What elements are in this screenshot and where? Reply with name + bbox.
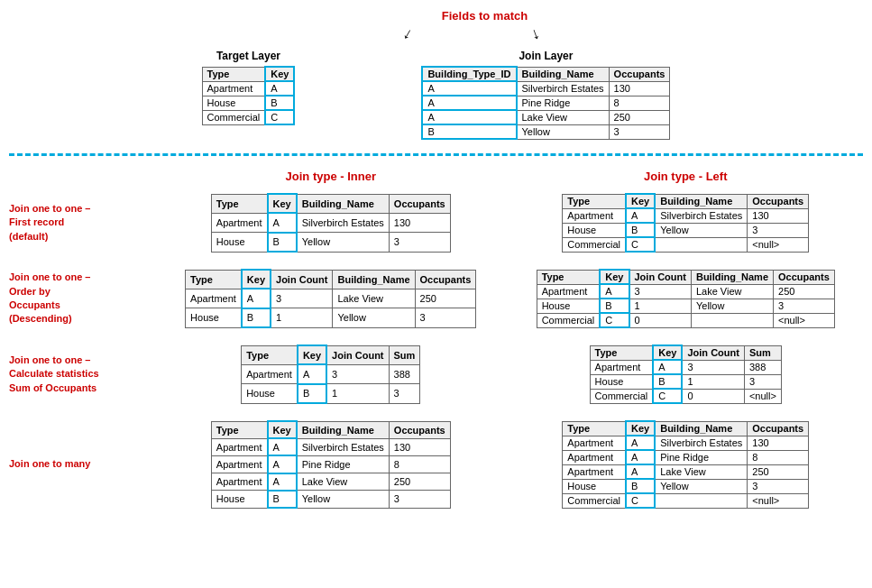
target-col-type: Type <box>202 67 265 81</box>
target-layer-label: Target Layer <box>216 50 280 62</box>
section-3-label: Join one to one –Calculate statisticsSum… <box>9 340 153 409</box>
page-container: Fields to match ↓ ↓ Target Layer Type Ke… <box>9 9 863 513</box>
section-1-inner: TypeKeyBuilding_NameOccupants ApartmentA… <box>153 188 509 257</box>
section-divider-line <box>9 153 863 156</box>
section-4: Join one to many TypeKeyBuilding_NameOcc… <box>9 416 863 513</box>
section-1: Join one to one –First record(default) T… <box>9 188 863 257</box>
target-col-key: Key <box>265 67 294 81</box>
section-2-label: Join one to one –Order byOccupants(Desce… <box>9 264 153 333</box>
join-table: Building_Type_ID Building_Name Occupants… <box>421 66 670 140</box>
section-1-left: TypeKeyBuilding_NameOccupants ApartmentA… <box>509 188 864 257</box>
join-type-headers: Join type - Inner Join type - Left <box>9 170 863 183</box>
section-2: Join one to one –Order byOccupants(Desce… <box>9 264 863 333</box>
fields-to-match-label: Fields to match <box>442 9 528 23</box>
section-3-left: TypeKeyJoin CountSum ApartmentA3388 Hous… <box>509 340 864 409</box>
section-1-label: Join one to one –First record(default) <box>9 188 153 257</box>
join-type-inner-header: Join type - Inner <box>153 170 509 183</box>
section-2-left: TypeKeyJoin CountBuilding_NameOccupants … <box>509 264 864 333</box>
section-3-inner: TypeKeyJoin CountSum ApartmentA3388 Hous… <box>153 340 509 409</box>
section-4-label: Join one to many <box>9 416 153 513</box>
join-layer-label: Join Layer <box>519 50 573 62</box>
join-layer-block: Join Layer Building_Type_ID Building_Nam… <box>421 50 670 140</box>
top-section: Fields to match ↓ ↓ Target Layer Type Ke… <box>9 9 863 140</box>
section-3: Join one to one –Calculate statisticsSum… <box>9 340 863 409</box>
target-table: Type Key ApartmentA HouseB CommercialC <box>202 66 296 125</box>
target-layer-block: Target Layer Type Key ApartmentA HouseB … <box>202 50 296 125</box>
section-2-inner: TypeKeyJoin CountBuilding_NameOccupants … <box>153 264 509 333</box>
section-4-inner: TypeKeyBuilding_NameOccupants ApartmentA… <box>153 416 509 513</box>
section-4-left: TypeKeyBuilding_NameOccupants ApartmentA… <box>509 416 864 513</box>
join-type-left-header: Join type - Left <box>509 170 864 183</box>
